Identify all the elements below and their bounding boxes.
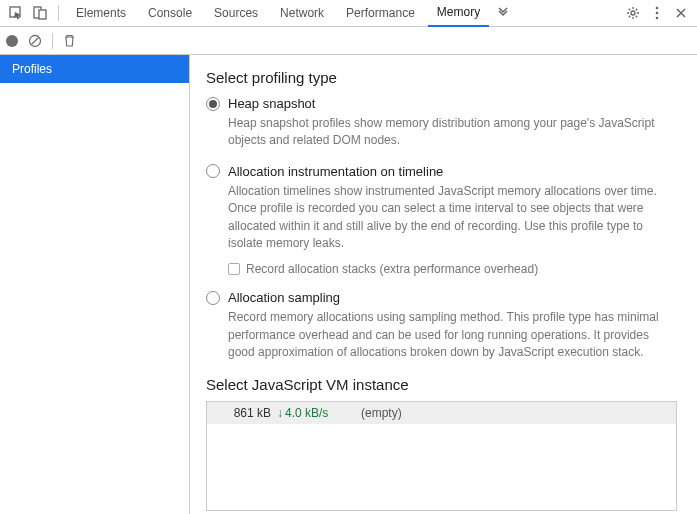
arrow-down-icon: ↓ bbox=[277, 406, 283, 420]
divider bbox=[52, 33, 53, 49]
kebab-menu-icon[interactable] bbox=[647, 3, 667, 23]
svg-rect-2 bbox=[39, 10, 46, 19]
vm-instance-list: 861 kB ↓ 4.0 kB/s (empty) bbox=[206, 401, 677, 511]
memory-toolbar bbox=[0, 27, 697, 55]
option-label: Allocation instrumentation on timeline bbox=[228, 164, 443, 179]
memory-body: Profiles Select profiling type Heap snap… bbox=[0, 55, 697, 514]
radio-allocation-sampling[interactable] bbox=[206, 291, 220, 305]
option-desc: Heap snapshot profiles show memory distr… bbox=[228, 115, 677, 150]
option-desc: Allocation timelines show instrumented J… bbox=[228, 183, 677, 253]
checkbox-label: Record allocation stacks (extra performa… bbox=[246, 262, 538, 276]
profiling-type-title: Select profiling type bbox=[206, 69, 677, 86]
record-button-icon[interactable] bbox=[6, 35, 18, 47]
profiling-content: Select profiling type Heap snapshot Heap… bbox=[190, 55, 697, 514]
vm-row-size: 861 kB bbox=[207, 406, 277, 420]
settings-gear-icon[interactable] bbox=[623, 3, 643, 23]
record-stacks-checkbox-row[interactable]: Record allocation stacks (extra performa… bbox=[228, 262, 677, 276]
close-devtools-icon[interactable] bbox=[671, 3, 691, 23]
option-desc: Record memory allocations using sampling… bbox=[228, 309, 677, 361]
option-allocation-sampling[interactable]: Allocation sampling Record memory alloca… bbox=[206, 290, 677, 361]
clear-icon[interactable] bbox=[28, 34, 42, 48]
option-label: Allocation sampling bbox=[228, 290, 340, 305]
inspect-element-icon[interactable] bbox=[6, 3, 26, 23]
tab-memory[interactable]: Memory bbox=[428, 0, 489, 27]
tab-console[interactable]: Console bbox=[139, 0, 201, 27]
profiles-sidebar: Profiles bbox=[0, 55, 190, 514]
vm-row-name: (empty) bbox=[347, 406, 402, 420]
tab-performance[interactable]: Performance bbox=[337, 0, 424, 27]
divider bbox=[58, 5, 59, 21]
option-heap-snapshot[interactable]: Heap snapshot Heap snapshot profiles sho… bbox=[206, 96, 677, 150]
devtools-tabbar: Elements Console Sources Network Perform… bbox=[0, 0, 697, 27]
svg-point-3 bbox=[631, 11, 635, 15]
radio-allocation-timeline[interactable] bbox=[206, 164, 220, 178]
vm-instance-row[interactable]: 861 kB ↓ 4.0 kB/s (empty) bbox=[207, 402, 676, 424]
svg-point-6 bbox=[656, 17, 659, 20]
vm-row-rate: ↓ 4.0 kB/s bbox=[277, 406, 347, 420]
option-allocation-timeline[interactable]: Allocation instrumentation on timeline A… bbox=[206, 164, 677, 277]
delete-trash-icon[interactable] bbox=[63, 34, 76, 48]
tab-network[interactable]: Network bbox=[271, 0, 333, 27]
svg-point-5 bbox=[656, 12, 659, 15]
vm-instance-title: Select JavaScript VM instance bbox=[206, 376, 677, 393]
devtools-window: Elements Console Sources Network Perform… bbox=[0, 0, 697, 514]
svg-point-4 bbox=[656, 7, 659, 10]
tab-sources[interactable]: Sources bbox=[205, 0, 267, 27]
option-label: Heap snapshot bbox=[228, 96, 315, 111]
sidebar-item-profiles[interactable]: Profiles bbox=[0, 55, 189, 83]
checkbox-record-stacks[interactable] bbox=[228, 263, 240, 275]
more-tabs-icon[interactable] bbox=[493, 3, 513, 23]
radio-heap-snapshot[interactable] bbox=[206, 97, 220, 111]
device-toolbar-icon[interactable] bbox=[30, 3, 50, 23]
tab-elements[interactable]: Elements bbox=[67, 0, 135, 27]
